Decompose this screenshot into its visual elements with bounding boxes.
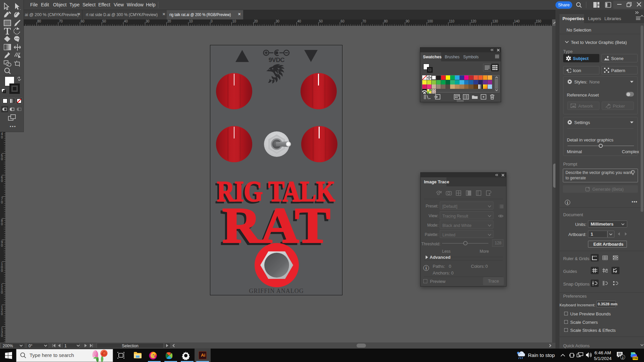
svg-text:2: 2 [622, 356, 624, 359]
svg-text:RAT: RAT [222, 197, 330, 247]
